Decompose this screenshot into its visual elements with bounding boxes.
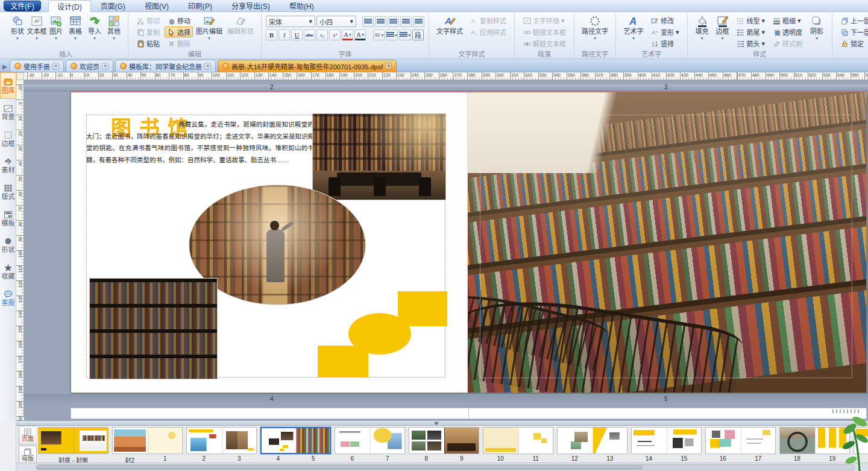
doc-tab-manual[interactable]: 使用手册 xyxy=(10,60,64,72)
sidebar-item-layout[interactable]: 版式 xyxy=(0,179,16,205)
vertical-ruler[interactable]: -100102030405060708090100110120130140150… xyxy=(16,80,24,417)
link-textbox-button[interactable]: 链接文本框 xyxy=(520,27,568,37)
dropdown-arrow[interactable]: ▾ xyxy=(36,36,38,41)
select-button[interactable]: 选择 xyxy=(165,27,193,37)
dropdown-arrow[interactable]: ▾ xyxy=(701,36,703,41)
apply-style-button[interactable]: A应用样式 xyxy=(467,27,509,37)
wordart-modify-button[interactable]: 修改 xyxy=(648,15,682,26)
opacity-button[interactable]: 透明度 xyxy=(770,27,805,37)
dropdown-arrow[interactable]: ▾ xyxy=(632,36,635,41)
line-weight-button[interactable]: 粗细▾ xyxy=(770,15,805,26)
bring-forward-button[interactable]: 上一层▾ xyxy=(838,15,868,26)
unlink-textbox-button[interactable]: 解链文本框 xyxy=(520,38,568,49)
path-text-button[interactable]: 路径文字▾ xyxy=(579,14,611,41)
design-canvas[interactable]: 2 3 图书馆 典藏云集，走近书架，斑斓的封面是知识殿堂的大门；走近图书，阵阵的… xyxy=(24,80,868,420)
font-color-button[interactable]: A▾ xyxy=(354,30,366,40)
send-backward-button[interactable]: 下一层▾ xyxy=(838,27,868,37)
subscript-button[interactable]: x₂ xyxy=(316,30,328,40)
align-justify-button[interactable] xyxy=(400,16,412,27)
dropdown-arrow[interactable]: ▾ xyxy=(16,36,19,41)
scrollbar-thumb[interactable] xyxy=(37,466,643,469)
menu-tab-design[interactable]: 设计(D) xyxy=(48,0,91,12)
close-icon[interactable] xyxy=(204,63,211,69)
menu-item-print[interactable]: 印刷(P) xyxy=(178,0,222,12)
align-center-button[interactable] xyxy=(375,16,386,27)
arrow-head-button[interactable]: 箭头▾ xyxy=(734,38,768,49)
insert-textbox-button[interactable]: A 文本框▾ xyxy=(28,14,46,41)
border-button[interactable]: 边框▾ xyxy=(713,14,732,41)
photo-reading-room[interactable] xyxy=(312,113,446,200)
dropdown-arrow[interactable]: ▾ xyxy=(594,36,596,41)
sidebar-item-service[interactable]: 客服 xyxy=(0,285,16,311)
master-tab[interactable]: 母版 xyxy=(19,446,37,464)
insert-shape-button[interactable]: 形状▾ xyxy=(8,14,27,41)
menu-item-help[interactable]: 帮助(H) xyxy=(280,0,324,12)
arrow-tail-button[interactable]: 箭尾▾ xyxy=(734,27,768,37)
album-page-right-photo[interactable] xyxy=(468,92,866,393)
sidebar-item-gallery[interactable]: 图库 xyxy=(0,72,16,99)
bold-button[interactable]: B xyxy=(266,30,277,40)
strikethrough-button[interactable]: abc xyxy=(304,30,315,40)
char-spacing-button[interactable]: AV▾ xyxy=(373,30,385,40)
dropdown-arrow[interactable]: ▾ xyxy=(113,36,115,41)
page-thumbnail[interactable] xyxy=(483,427,553,454)
album-spread[interactable]: 图书馆 典藏云集，走近书架，斑斓的封面是知识殿堂的大门；走近图书，阵阵的墨香是知… xyxy=(71,92,867,393)
menu-item-view[interactable]: 视图(V) xyxy=(135,0,178,12)
sidebar-item-material[interactable]: 素材 xyxy=(0,152,16,179)
underline-color-button[interactable]: A▾ xyxy=(342,30,353,40)
sidebar-item-favorites[interactable]: 收藏 xyxy=(0,258,16,285)
dropdown-arrow[interactable]: ▾ xyxy=(55,36,57,41)
style-brush-button[interactable]: 样式刷 xyxy=(770,38,805,49)
shadow-button[interactable]: 阴影▾ xyxy=(807,14,827,41)
page-body-text[interactable]: 典藏云集，走近书架，斑斓的封面是知识殿堂的大门；走近图书，阵阵的墨香是知识殿堂的… xyxy=(86,119,314,166)
insert-picture-button[interactable]: 图片▾ xyxy=(47,14,65,41)
move-button[interactable]: 移动 xyxy=(165,15,193,26)
edit-shape-button[interactable]: 编辑形状 xyxy=(225,14,256,36)
line-type-button[interactable]: 线型▾ xyxy=(734,15,768,26)
underline-button[interactable]: U xyxy=(291,30,303,40)
tab-expander-icon[interactable]: ▶ xyxy=(0,61,10,72)
insert-table-button[interactable]: 表格▾ xyxy=(66,14,84,41)
copy-style-button[interactable]: A复制样式 xyxy=(467,15,509,26)
close-icon[interactable] xyxy=(102,63,108,69)
cut-button[interactable]: 剪切 xyxy=(134,15,162,26)
align-distribute-button[interactable] xyxy=(413,16,424,27)
dropdown-arrow[interactable]: ▾ xyxy=(208,36,210,41)
superscript-button[interactable]: x² xyxy=(329,30,341,40)
page-thumbnail[interactable] xyxy=(779,427,850,454)
paragraph-mark-button[interactable]: 段 xyxy=(412,30,424,40)
collapse-arrow-icon[interactable] xyxy=(434,422,439,425)
sidebar-item-frame[interactable]: 边框 xyxy=(0,125,16,152)
doc-tab-welcome[interactable]: 欢迎页 xyxy=(66,60,113,72)
page-thumbnail[interactable] xyxy=(705,427,776,454)
sidebar-item-template[interactable]: 模板 xyxy=(0,205,16,232)
wordart-transform-button[interactable]: A变形▾ xyxy=(648,27,682,37)
wordart-vertical-button[interactable]: b5竖排 xyxy=(648,38,682,49)
page-thumbnail-cover[interactable] xyxy=(38,427,108,454)
columns-button[interactable]: ▾ xyxy=(399,30,411,40)
sidebar-item-shape[interactable]: 形状 xyxy=(0,232,16,258)
text-style-button[interactable]: A 文字样式 xyxy=(434,14,465,36)
page-thumbnail[interactable] xyxy=(409,427,479,454)
menu-item-page[interactable]: 页面(G) xyxy=(91,0,135,12)
page-thumbnail[interactable] xyxy=(631,427,702,454)
page-thumbnail-selected[interactable] xyxy=(260,427,331,454)
dropdown-arrow[interactable]: ▾ xyxy=(816,36,818,41)
scrollbar-track[interactable] xyxy=(36,464,855,470)
lock-button[interactable]: 锁定 xyxy=(838,38,868,49)
photo-bookshelf-closeup[interactable] xyxy=(89,278,218,379)
file-menu-button[interactable]: 文件(F) xyxy=(4,1,41,11)
page-thumbnail[interactable] xyxy=(186,427,257,454)
yellow-rectangle-shape[interactable] xyxy=(398,291,447,326)
next-spread-preview[interactable] xyxy=(71,408,867,419)
page-thumbnail[interactable] xyxy=(112,427,183,454)
paste-button[interactable]: 粘贴 xyxy=(134,38,162,49)
dropdown-arrow[interactable]: ▾ xyxy=(93,36,96,41)
pages-tab[interactable]: 页面 xyxy=(19,426,37,444)
close-icon[interactable] xyxy=(52,63,59,69)
doc-tab-current-album[interactable]: 画册-大16开硬壳精装-匆匆那些年200701-0935.dpsf xyxy=(218,60,397,72)
horizontal-ruler[interactable]: -30-20-100102030405060708090100110120130… xyxy=(24,72,868,80)
italic-button[interactable]: I xyxy=(278,30,290,40)
align-left-button[interactable] xyxy=(362,16,374,27)
copy-button[interactable]: 复制 xyxy=(134,27,162,37)
